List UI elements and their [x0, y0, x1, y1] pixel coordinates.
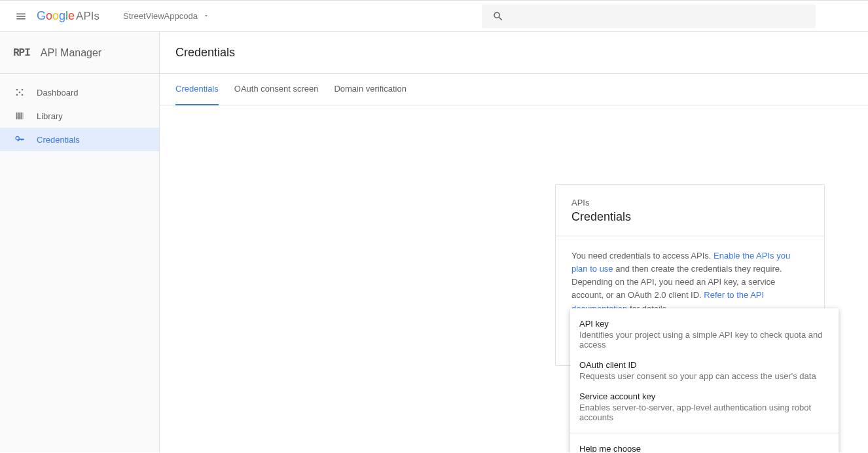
dropdown-divider	[570, 433, 839, 433]
sidebar-item-label: Library	[37, 111, 63, 121]
dropdown-item-desc: Enables server-to-server, app-level auth…	[579, 403, 829, 422]
dropdown-item-help-choose[interactable]: Help me choose Asks a few questions to h…	[570, 439, 839, 452]
api-logo-icon: RPI	[13, 47, 30, 59]
card-text-part: You need credentials to access APIs.	[571, 251, 714, 261]
dropdown-item-title: Service account key	[579, 391, 829, 401]
page-header: Credentials	[160, 32, 868, 74]
tab-label: OAuth consent screen	[234, 84, 319, 94]
sidebar-item-credentials[interactable]: Credentials	[0, 128, 159, 151]
main-content: Credentials Credentials OAuth consent sc…	[160, 32, 868, 452]
dropdown-item-desc: Identifies your project using a simple A…	[579, 330, 829, 350]
key-icon	[13, 134, 26, 145]
page-title: Credentials	[175, 46, 235, 60]
dropdown-item-service-account[interactable]: Service account key Enables server-to-se…	[570, 386, 839, 427]
tab-domain-verification[interactable]: Domain verification	[334, 74, 407, 105]
create-credentials-dropdown: API key Identifies your project using a …	[570, 308, 839, 452]
sidebar-item-library[interactable]: Library	[0, 104, 159, 128]
google-logo-text: Google	[37, 9, 75, 23]
dropdown-item-desc: Requests user consent so your app can ac…	[579, 371, 829, 381]
dropdown-item-title: API key	[579, 319, 829, 329]
tabs-bar: Credentials OAuth consent screen Domain …	[160, 74, 868, 105]
sidebar-item-label: Credentials	[37, 135, 80, 145]
chevron-down-icon	[203, 11, 209, 21]
search-icon	[492, 10, 504, 22]
dashboard-icon	[13, 87, 26, 98]
svg-point-4	[19, 92, 21, 94]
tab-credentials[interactable]: Credentials	[175, 74, 219, 105]
tab-label: Domain verification	[334, 84, 407, 94]
apis-label: APIs	[76, 10, 99, 23]
tab-label: Credentials	[175, 84, 219, 94]
sidebar-header: RPI API Manager	[0, 32, 159, 74]
card-description: You need credentials to access APIs. Ena…	[571, 249, 808, 316]
sidebar-nav: Dashboard Library Credentials	[0, 74, 159, 151]
sidebar-item-label: Dashboard	[37, 88, 79, 98]
google-apis-logo[interactable]: Google APIs	[37, 9, 99, 23]
svg-point-1	[22, 89, 24, 91]
card-title: Credentials	[571, 210, 808, 224]
body-container: RPI API Manager Dashboard Library Cred	[0, 32, 868, 452]
card-header: APIs Credentials	[556, 185, 824, 236]
project-selector[interactable]: StreetViewAppcoda	[123, 11, 209, 21]
svg-point-0	[16, 89, 18, 91]
sidebar-item-dashboard[interactable]: Dashboard	[0, 81, 159, 104]
dropdown-item-api-key[interactable]: API key Identifies your project using a …	[570, 314, 839, 355]
tab-oauth-consent[interactable]: OAuth consent screen	[234, 74, 319, 105]
sidebar-title: API Manager	[41, 47, 101, 59]
dropdown-item-title: Help me choose	[579, 444, 829, 452]
top-header: Google APIs StreetViewAppcoda	[0, 1, 868, 32]
search-container	[482, 5, 816, 28]
search-input[interactable]	[482, 5, 816, 28]
svg-point-3	[22, 94, 24, 96]
project-name: StreetViewAppcoda	[123, 11, 198, 21]
hamburger-menu-button[interactable]	[5, 1, 37, 32]
dropdown-item-oauth-client[interactable]: OAuth client ID Requests user consent so…	[570, 355, 839, 386]
svg-point-2	[16, 94, 18, 96]
dropdown-item-title: OAuth client ID	[579, 360, 829, 370]
sidebar: RPI API Manager Dashboard Library Cred	[0, 32, 160, 452]
card-overline: APIs	[571, 198, 808, 208]
hamburger-icon	[15, 10, 27, 22]
library-icon	[13, 111, 26, 121]
